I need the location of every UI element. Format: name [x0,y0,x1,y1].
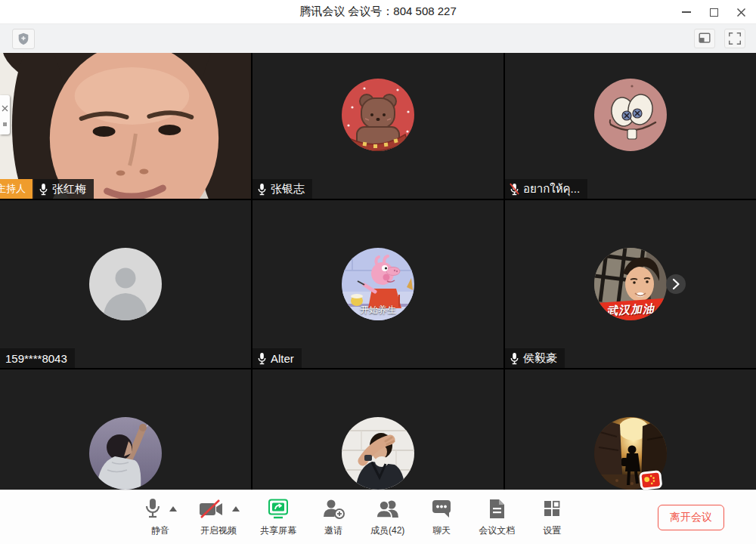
participant-name: 张银志 [271,182,305,196]
video-options-arrow[interactable] [232,506,240,512]
participant-name: 张红梅 [52,182,86,196]
layout-switch-button[interactable] [694,29,715,48]
start-video-button[interactable]: 开启视频 [197,497,240,537]
avatar-caption: 开始养生 [342,304,414,317]
security-shield-icon [17,32,30,46]
meeting-toolbar: 静音 开启视频 [0,490,756,544]
close-icon [736,8,746,17]
participant-label: Alter [253,348,302,368]
mic-on-icon [39,183,48,196]
participant-name-chip: 侯毅豪 [505,348,565,368]
camera-off-icon [197,499,225,519]
minimize-icon [682,11,691,13]
video-tile-row3-left[interactable] [0,369,251,490]
popup-dot [3,122,7,126]
mute-button[interactable]: 静音 [144,497,177,537]
maximize-button[interactable] [708,6,720,18]
leave-meeting-button[interactable]: 离开会议 [658,505,724,530]
video-tile-row3-center[interactable] [253,369,503,490]
avatar-red-bear [342,79,414,151]
window-controls [680,0,747,24]
invite-person-plus-icon [321,498,345,520]
meeting-info-bar [0,24,756,53]
avatar-suit-man-photo [342,417,414,490]
participant-name-chip: 159****8043 [0,348,75,368]
video-tile-thai-user[interactable]: อยากให้คุ... [505,31,756,199]
participant-name: 159****8043 [5,352,67,365]
participant-label: 张银志 [253,179,312,199]
participant-label: 159****8043 [0,348,75,368]
video-grid: 主持人 张红梅 [0,31,756,490]
video-grid-viewport: 主持人 张红梅 [0,24,756,490]
participant-name: Alter [271,352,294,365]
video-tile-phone-user[interactable]: 159****8043 [0,200,251,368]
mic-icon [144,497,162,520]
avatar-boy-photo: 武汉加油 [594,248,667,320]
share-screen-icon [266,498,290,520]
fullscreen-icon [727,31,742,46]
china-flag-badge [638,469,663,490]
notification-popup-sliver [0,95,10,134]
chat-bubble-icon [430,498,453,519]
tencent-meeting-window: 腾讯会议 会议号：804 508 227 [0,0,756,544]
video-tile-zhanghongmei[interactable]: 主持人 张红梅 [0,31,251,199]
layout-switch-icon [697,31,712,46]
mic-on-icon [257,352,267,365]
minimize-button[interactable] [680,6,692,18]
close-icon [2,105,8,112]
meeting-docs-button[interactable]: 会议文档 [479,497,515,537]
video-tile-zhangyinzhi[interactable]: 张银志 [253,31,503,199]
view-controls [694,29,745,48]
title-bar: 腾讯会议 会议号：804 508 227 [0,0,756,24]
participant-label: อยากให้คุ... [505,179,587,199]
avatar-caption: 武汉加油 [594,301,667,320]
avatar-child-photo [89,417,162,490]
invite-button[interactable]: 邀请 [317,497,350,537]
mic-on-icon [257,183,267,196]
participant-name: 侯毅豪 [523,351,557,366]
participant-label: 侯毅豪 [505,348,565,368]
avatar-pink-smiley [594,79,667,151]
toolbar-items: 静音 开启视频 [144,497,569,537]
live-video-woman [0,31,251,199]
mic-options-arrow[interactable] [169,506,177,512]
settings-button[interactable]: 设置 [535,497,569,537]
settings-squares-icon [542,499,562,518]
participant-label: 主持人 张红梅 [0,179,94,199]
document-icon [487,498,507,520]
participant-name: อยากให้คุ... [523,180,580,198]
chat-button[interactable]: 聊天 [425,497,458,537]
meeting-security-button[interactable] [12,29,35,49]
video-tile-row3-right[interactable] [505,369,756,490]
fullscreen-button[interactable] [724,29,745,48]
mic-on-icon [510,352,519,365]
participant-name-chip: อยากให้คุ... [505,179,587,199]
participant-name-chip: 张红梅 [34,179,94,199]
host-badge: 主持人 [0,179,33,199]
share-screen-button[interactable]: 共享屏幕 [260,497,296,537]
members-people-icon [375,498,401,520]
maximize-icon [710,8,718,17]
mic-muted-icon [510,183,519,196]
popup-close-button[interactable] [2,101,8,115]
close-button[interactable] [735,6,747,18]
avatar-peppa-pig: 开始养生 [342,248,414,320]
participant-name-chip: Alter [253,348,302,368]
chevron-right-icon [666,274,686,294]
video-tile-alter[interactable]: 开始养生 Alter [253,200,503,368]
window-title: 腾讯会议 会议号：804 508 227 [299,5,457,19]
next-page-button[interactable] [666,274,686,294]
participant-name-chip: 张银志 [253,179,312,199]
avatar-default-silhouette [89,248,162,320]
members-button[interactable]: 成员(42) [370,497,404,537]
video-tile-houyihao[interactable]: 武汉加油 侯毅豪 [505,200,756,368]
